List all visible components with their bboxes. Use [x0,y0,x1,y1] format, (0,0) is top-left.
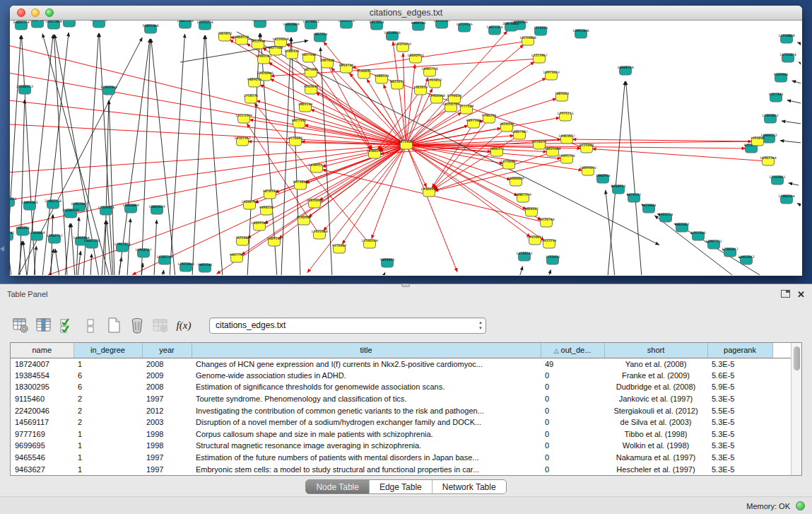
graph-node[interactable]: 21053346 [100,86,117,95]
graph-node[interactable]: 16120746 [538,218,554,227]
graph-node[interactable]: 16961758 [421,67,437,76]
graph-node[interactable]: 7857224 [313,33,328,42]
graph-node[interactable]: 19495796 [558,154,575,163]
graph-node[interactable]: 24055724 [13,21,29,30]
graph-node[interactable]: 5878333 [263,189,278,199]
graph-node[interactable]: 10452012 [738,255,754,264]
graph-node[interactable]: 9884067 [524,207,539,216]
graph-node[interactable]: 12160104 [361,239,377,248]
graph-node[interactable]: 3915947 [10,231,14,240]
graph-node[interactable]: 1362615 [413,86,428,95]
graph-node[interactable]: 15276022 [302,21,319,29]
graph-node[interactable]: 1588520 [375,74,389,83]
graph-node[interactable]: 1840954 [596,174,611,183]
column-header-short[interactable]: short [604,343,707,358]
zoom-window-icon[interactable] [45,8,54,17]
show-column-icon[interactable] [33,315,54,336]
graph-node[interactable]: 19218926 [384,31,400,40]
column-header-name[interactable]: name [11,343,73,358]
graph-node[interactable]: 18495505 [21,201,37,210]
table-row[interactable]: 946362711997Embryonic stem cells: a mode… [11,463,791,475]
tab-edge-table[interactable]: Edge Table [370,480,433,493]
graph-node[interactable]: 10835624 [306,199,322,208]
graph-node[interactable]: 18325419 [394,42,411,52]
graph-node[interactable]: 9912994 [251,40,266,49]
graph-node[interactable]: 19565358 [61,21,77,27]
graph-node[interactable]: 6497568 [466,119,481,128]
table-row[interactable]: 911546021997Tourette syndrome. Phenomeno… [11,393,791,405]
graph-node[interactable]: 12093852 [762,114,778,123]
select-all-checks-icon[interactable] [57,315,78,336]
graph-node[interactable]: 17957223 [114,243,130,252]
graph-node[interactable]: 19384554 [420,187,437,197]
graph-node[interactable]: 7886372 [490,147,505,156]
graph-node[interactable]: 11456869 [28,231,45,240]
graph-node[interactable]: 18195274 [196,21,213,30]
graph-node[interactable]: 9699695 [380,258,395,267]
graph-node[interactable]: 15720407 [500,160,517,169]
graph-node[interactable]: 17460104 [778,194,794,204]
graph-node[interactable]: 16099348 [251,221,267,230]
graph-node[interactable]: 18997731 [705,240,722,249]
graph-node[interactable]: 15751074 [779,53,796,62]
minimize-window-icon[interactable] [31,8,40,17]
graph-node[interactable]: 18107552 [234,136,250,146]
graph-node[interactable]: 14671355 [486,25,502,35]
graph-node[interactable]: 20691406 [142,24,158,33]
network-view-window[interactable]: citations_edges.txt 24055724166073442051… [10,6,802,276]
graph-node[interactable]: 10543382 [255,54,271,64]
graph-node[interactable]: 9474444 [642,204,657,213]
close-window-icon[interactable] [17,8,25,17]
column-header-indegree[interactable]: in_degree [73,343,142,358]
graph-node[interactable]: 9660128 [235,35,249,45]
graph-node[interactable]: 9329966 [774,73,789,82]
graph-node[interactable]: 9777169 [459,105,474,114]
graph-node[interactable]: 8822037 [390,80,405,89]
graph-node[interactable]: 16210723 [442,103,459,112]
splitter-handle[interactable] [401,284,410,287]
graph-node[interactable]: 18807299 [514,193,531,202]
graph-node[interactable]: 10532275 [338,21,354,28]
graph-node[interactable]: 10958107 [135,248,151,257]
table-row[interactable]: 977716911998Corpus callosum shape and si… [11,428,791,440]
graph-node[interactable]: 8427552 [292,119,307,128]
graph-node[interactable]: 18640910 [407,54,423,63]
delete-column-icon[interactable] [126,315,148,336]
float-panel-icon[interactable] [781,290,790,299]
graph-node[interactable]: 9827546 [302,53,317,62]
graph-node[interactable]: 8466160 [411,21,426,30]
graph-node[interactable]: 2367608 [320,59,335,68]
graph-node[interactable]: 9889035 [247,78,262,87]
table-selector-dropdown[interactable]: citations_edges.txt ▲▼ [209,317,486,334]
graph-node[interactable]: 20160513 [16,85,33,94]
graph-node[interactable]: 15051135 [83,239,100,248]
graph-node[interactable]: 12365417 [722,247,738,257]
graph-node[interactable]: 9746266 [482,114,497,123]
table-row[interactable]: 969969511998Structural magnetic resonanc… [11,440,791,452]
column-header-year[interactable]: year [142,343,192,358]
graph-node[interactable]: 9227343 [769,93,784,102]
graph-node[interactable]: 9457791 [230,253,245,262]
network-window-titlebar[interactable]: citations_edges.txt [10,6,802,21]
graph-node[interactable]: 14569117 [308,163,324,173]
graph-node[interactable]: 18003629 [148,205,165,214]
graph-node[interactable]: 7625402 [235,236,250,245]
graph-node[interactable]: 19524851 [526,235,543,245]
graph-node[interactable]: 19861098 [177,21,193,28]
graph-node[interactable]: 2935114 [659,213,673,222]
table-row[interactable]: 2242004622012Investigating the contribut… [11,404,791,416]
graph-node[interactable]: 14136141 [516,252,532,261]
graph-node[interactable]: 16607344 [29,21,45,28]
column-header-outde[interactable]: △out_de... [541,343,604,358]
graph-node[interactable]: 16033809 [283,23,299,32]
graph-node[interactable]: 18952446 [572,29,589,38]
network-canvas[interactable]: 2405572416607344205114041956535821173776… [10,21,801,275]
graph-node[interactable]: 20876862 [502,22,519,31]
graph-node[interactable]: 9140988 [297,216,312,225]
table-row[interactable]: 1456911722003Disruption of a novel membe… [11,416,791,428]
table-row[interactable]: 1830029562008Estimation of significance … [11,381,791,393]
graph-node[interactable]: 16648784 [617,66,633,75]
graph-node[interactable]: 9498222 [259,206,274,215]
graph-node[interactable]: 1585051 [16,226,30,235]
new-column-icon[interactable] [103,315,124,336]
